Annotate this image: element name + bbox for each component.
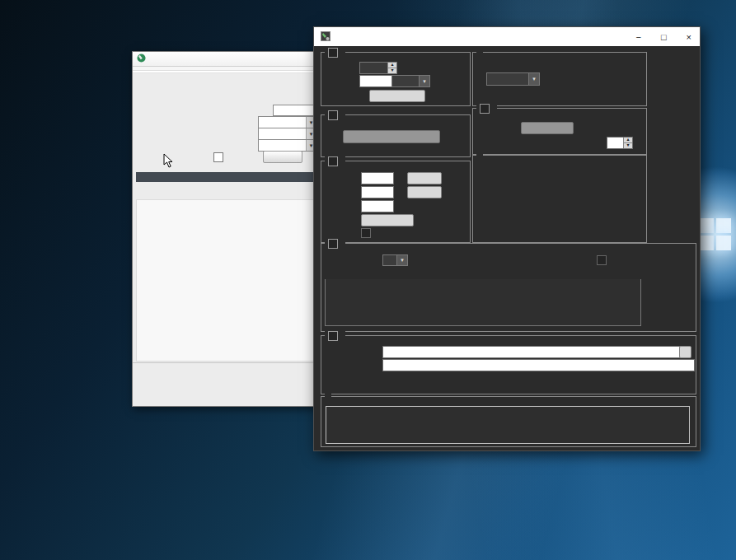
time-points-checkbox[interactable] [328,48,338,58]
directory-root-input[interactable] [382,346,681,358]
acquisition-order-group: ▾ [472,52,647,106]
end-z-input[interactable] [361,186,394,198]
changroup-select[interactable]: ▾ [258,116,316,128]
autofocus-options-button [521,122,574,134]
chevron-down-icon: ▾ [396,255,407,265]
autofocus-checkbox[interactable] [480,104,490,114]
shutter-close-button[interactable] [263,151,302,163]
channels-table-body[interactable] [325,279,641,326]
exposure-input[interactable] [273,105,316,116]
spin-down-icon[interactable]: ▾ [387,68,396,73]
shutter-select[interactable]: ▾ [258,139,316,152]
save-images-checkbox[interactable] [328,331,338,341]
interval-unit-select[interactable]: ▾ [391,75,430,87]
spin-down-icon[interactable]: ▾ [623,142,632,148]
step-size-input[interactable] [361,200,394,212]
channels-group: ▾ [321,243,696,332]
comments-textarea[interactable] [326,406,690,444]
summary-group [472,154,647,243]
edit-position-list-button [343,130,440,143]
name-prefix-input[interactable] [382,359,695,371]
auto-shutter-checkbox[interactable] [213,152,223,162]
multiple-positions-checkbox[interactable] [328,110,338,120]
z-keep-shutter-checkbox [361,228,371,238]
mda-app-icon [321,31,330,43]
desktop: − □ × ▾ ▾ ▾ [0,0,736,560]
minimize-icon[interactable]: − [635,32,640,42]
z-mode-select[interactable] [361,214,414,226]
z-stacks-checkbox[interactable] [328,156,338,166]
acquisition-order-select[interactable]: ▾ [486,72,540,86]
browse-button[interactable] [679,346,691,358]
channels-checkbox[interactable] [328,239,338,249]
mouse-cursor [163,153,173,171]
close-icon[interactable]: × [687,32,691,42]
chevron-down-icon: ▾ [419,76,429,86]
count-spinner[interactable]: ▴▾ [359,62,397,74]
channels-keep-shutter-checkbox [597,255,607,265]
mda-titlebar[interactable]: − □ × [314,27,700,46]
wallpaper-windows-logo [699,218,732,251]
save-images-group [321,335,696,394]
channel-group-select[interactable]: ▾ [382,254,408,266]
acquisition-comments-group [321,396,696,447]
skip-frames-spinner[interactable]: ▴▾ [607,137,633,149]
interval-input[interactable] [359,75,392,87]
set-start-z-button[interactable] [407,172,442,184]
mda-dialog: − □ × ▴▾ ▾ ▾ [313,26,701,451]
advanced-button[interactable] [369,90,425,102]
chevron-down-icon: ▾ [528,73,539,85]
autofocus-group: ▴▾ [472,108,647,156]
z-stacks-group [321,161,471,243]
maximize-icon[interactable]: □ [661,32,667,42]
start-z-input[interactable] [361,172,394,184]
multiple-positions-group [321,114,471,157]
binning-select[interactable]: ▾ [258,128,316,140]
micromanager-app-icon [137,54,146,64]
time-points-group: ▴▾ ▾ [321,52,471,106]
set-end-z-button[interactable] [407,186,442,198]
